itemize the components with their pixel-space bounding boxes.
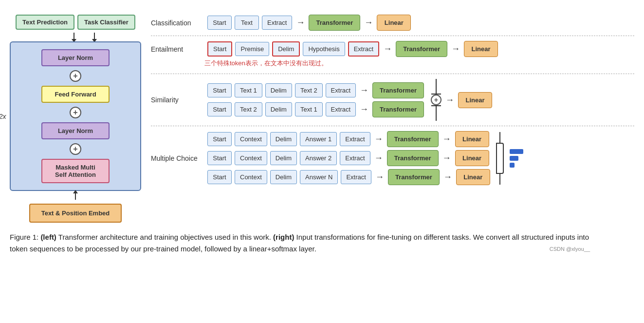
mcn-transformer: Transformer (388, 169, 440, 185)
ent-token-premise: Premise (235, 42, 269, 56)
figure-right-bold: (right) (273, 233, 294, 241)
mc1-transformer: Transformer (387, 131, 439, 147)
ent-arrow2: → (451, 44, 460, 54)
mc2-arrow: → (374, 153, 383, 163)
mcn-arrow: → (375, 172, 384, 182)
mc2-start: Start (207, 151, 232, 165)
mcn-context: Context (235, 170, 267, 184)
ent-arrow1: → (383, 44, 392, 54)
classification-content: Classification Start Text Extract → Tran… (151, 15, 634, 31)
classification-row: Classification Start Text Extract → Tran… (151, 10, 634, 36)
mc1-linear: Linear (455, 131, 489, 147)
sim2-start: Start (207, 102, 232, 116)
mc2-delim: Delim (270, 151, 297, 165)
mc-row-n: Start Context Delim Answer N Extract → T… (207, 169, 490, 185)
sim2-transformer: Transformer (372, 101, 424, 117)
cls-arrow1: → (296, 18, 305, 28)
main-container: Text Prediction Task Classifier 12x (10, 10, 634, 255)
entailment-content: Entailment Start Premise Delim Hypothesi… (151, 41, 634, 57)
layer-norm-1-label: Layer Norm (58, 54, 93, 61)
sim1-transformer: Transformer (372, 82, 424, 98)
mc2-context: Context (235, 151, 267, 165)
task-classifier-label: Task Classifier (84, 19, 129, 26)
sim1-text2: Text 2 (295, 83, 323, 97)
sim2-text2: Text 2 (235, 102, 262, 116)
mc1-arrow: → (374, 134, 383, 144)
twelve-x-label: 12x (0, 113, 6, 120)
mcn-answern: Answer N (300, 170, 338, 184)
mcn-extract: Extract (341, 170, 371, 184)
sim-linear: Linear (458, 92, 492, 108)
similarity-label: Similarity (151, 96, 204, 104)
mc2-answer2: Answer 2 (300, 151, 337, 165)
figure-left-bold: (left) (40, 233, 56, 241)
layer-norm-2-label: Layer Norm (58, 127, 93, 134)
mcn-linear: Linear (456, 169, 490, 185)
embed-label: Text & Position Embed (41, 209, 110, 217)
sim-plus-arrow: → (445, 95, 454, 105)
cls-transformer: Transformer (309, 15, 360, 31)
mc1-extract: Extract (340, 132, 370, 146)
text-prediction-label: Text Prediction (22, 19, 68, 26)
sim2-delim: Delim (265, 102, 292, 116)
mc1-context: Context (235, 132, 267, 146)
entailment-row: Entailment Start Premise Delim Hypothesi… (151, 36, 634, 74)
text-prediction-box: Text Prediction (16, 15, 74, 30)
mc1-answer1: Answer 1 (300, 132, 337, 146)
sim-row-2: Start Text 2 Delim Text 1 Extract → Tran… (207, 101, 424, 117)
cls-arrow2: → (364, 18, 373, 28)
mcn-start: Start (207, 170, 232, 184)
cls-token-text: Text (235, 16, 259, 30)
masked-attention-box: Masked MultiSelf Attention (41, 159, 110, 183)
mc-rows: Start Context Delim Answer 1 Extract → T… (207, 131, 490, 185)
layer-norm-2: Layer Norm (41, 122, 110, 139)
ent-linear: Linear (464, 41, 498, 57)
mc2-extract: Extract (340, 151, 370, 165)
task-classifier-box: Task Classifier (77, 15, 135, 30)
ent-token-start: Start (207, 41, 232, 57)
cls-linear: Linear (377, 15, 411, 31)
masked-attention-label: Masked MultiSelf Attention (55, 164, 96, 178)
multiple-choice-row: Multiple Choice Start Context Delim Answ… (151, 126, 634, 190)
mcn-lin-arrow: → (443, 172, 452, 182)
feed-forward-box: Feed Forward (41, 86, 110, 103)
mc1-delim: Delim (270, 132, 297, 146)
sim2-arrow: → (360, 104, 368, 114)
ent-token-hypothesis: Hypothesis (303, 42, 345, 56)
right-panel: Classification Start Text Extract → Tran… (151, 10, 634, 190)
mc-row-1: Start Context Delim Answer 1 Extract → T… (207, 131, 490, 147)
sim-plus-circle: + (431, 95, 442, 105)
sim2-text1: Text 1 (295, 102, 323, 116)
entailment-label: Entailment (151, 45, 204, 53)
similarity-rows: Start Text 1 Delim Text 2 Extract → Tran… (207, 82, 424, 117)
mc2-transformer: Transformer (387, 150, 439, 166)
ent-token-delim: Delim (272, 41, 300, 57)
sim1-start: Start (207, 83, 232, 97)
layer-norm-1: Layer Norm (41, 49, 110, 66)
mc1-lin-arrow: → (442, 134, 451, 144)
mc-label: Multiple Choice (151, 154, 204, 162)
mc-row-2: Start Context Delim Answer 2 Extract → T… (207, 150, 490, 166)
similarity-with-label: Similarity Start Text 1 Delim Text 2 Ext… (151, 79, 634, 121)
plus-circle-1: + (70, 70, 81, 82)
left-panel: Text Prediction Task Classifier 12x (10, 10, 141, 223)
mc2-linear: Linear (455, 150, 489, 166)
similarity-row: Similarity Start Text 1 Delim Text 2 Ext… (151, 74, 634, 126)
watermark: CSDN @xlyou__ (550, 245, 590, 254)
classification-label: Classification (151, 19, 204, 27)
sim2-extract: Extract (326, 102, 356, 116)
sim1-extract: Extract (326, 83, 356, 97)
cls-token-extract: Extract (262, 16, 292, 30)
sim1-delim: Delim (265, 83, 292, 97)
ent-transformer: Transformer (396, 41, 447, 57)
cls-token-start: Start (207, 16, 232, 30)
figure-caption: Figure 1: (left) Transformer architectur… (10, 231, 594, 255)
feed-forward-label: Feed Forward (55, 91, 96, 98)
mc1-start: Start (207, 132, 232, 146)
mc2-lin-arrow: → (442, 153, 451, 163)
mcn-delim: Delim (270, 170, 297, 184)
sim1-arrow: → (360, 85, 368, 95)
transformer-block: Layer Norm + Feed Forward + Layer Norm (10, 41, 141, 191)
sim-row-1: Start Text 1 Delim Text 2 Extract → Tran… (207, 82, 424, 98)
ent-token-extract: Extract (348, 41, 379, 57)
